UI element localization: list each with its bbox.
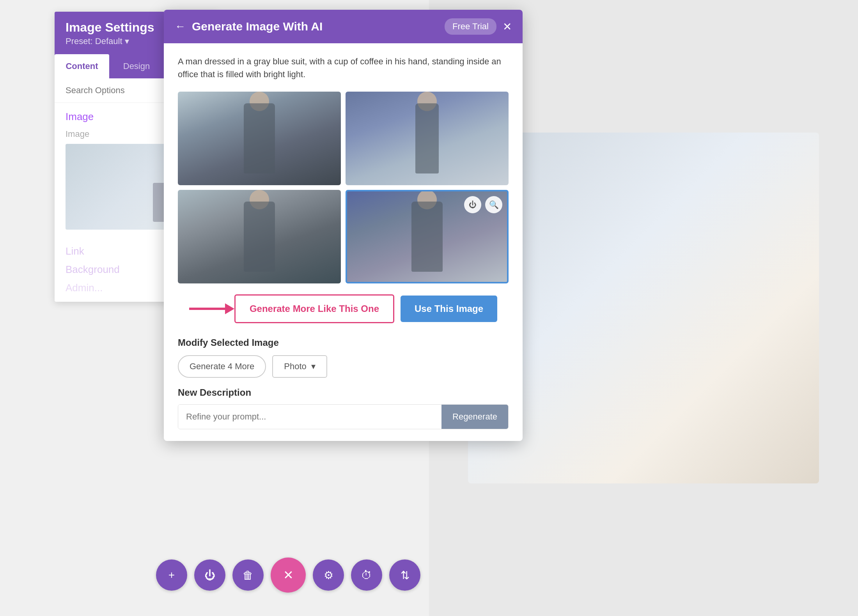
style-value: Photo — [284, 361, 307, 372]
settings-preset[interactable]: Preset: Default ▾ — [66, 36, 154, 46]
ai-close-icon[interactable]: ✕ — [503, 20, 512, 33]
tab-content[interactable]: Content — [55, 54, 109, 78]
style-select[interactable]: Photo ▾ — [272, 355, 327, 378]
person-body-1 — [244, 103, 275, 173]
ai-header-right: Free Trial ✕ — [445, 18, 512, 35]
back-icon[interactable]: ← — [175, 20, 186, 33]
power-button[interactable]: ⏻ — [194, 559, 225, 591]
ai-image-grid: ⏻ 🔍 — [178, 92, 509, 283]
person-1 — [244, 103, 275, 173]
grid-image-1[interactable] — [178, 92, 341, 185]
modify-row: Generate 4 More Photo ▾ — [178, 355, 509, 378]
person-3 — [244, 202, 275, 272]
free-trial-badge[interactable]: Free Trial — [445, 18, 496, 35]
person-body-2 — [415, 103, 439, 173]
modify-title: Modify Selected Image — [178, 337, 509, 348]
arrow-indicator — [189, 308, 228, 310]
grid-image-4[interactable]: ⏻ 🔍 — [346, 190, 509, 283]
refine-input[interactable] — [178, 405, 441, 429]
new-desc-title: New Description — [178, 387, 509, 398]
new-description-section: New Description Regenerate — [178, 387, 509, 429]
ai-dialog-body: A man dressed in a gray blue suit, with … — [164, 43, 523, 441]
ai-title-group: ← Generate Image With AI — [175, 20, 323, 33]
tab-design[interactable]: Design — [109, 54, 164, 78]
ai-dialog: ← Generate Image With AI Free Trial ✕ A … — [164, 10, 523, 441]
add-button[interactable]: + — [156, 559, 187, 591]
ai-dialog-title: Generate Image With AI — [192, 20, 323, 33]
use-image-button[interactable]: Use This Image — [401, 296, 497, 322]
action-row: Generate More Like This One Use This Ima… — [178, 294, 509, 323]
sort-button[interactable]: ⇅ — [389, 559, 420, 591]
modify-section: Modify Selected Image Generate 4 More Ph… — [178, 337, 509, 378]
search-overlay-icon[interactable]: 🔍 — [485, 196, 502, 213]
new-desc-row: Regenerate — [178, 404, 509, 429]
settings-header-left: Image Settings Preset: Default ▾ — [66, 20, 154, 46]
power-overlay-icon[interactable]: ⏻ — [464, 196, 481, 213]
arrow-head — [225, 303, 234, 314]
img-3-overlay — [178, 190, 341, 283]
close-button[interactable]: ✕ — [271, 558, 306, 593]
generate-4-button[interactable]: Generate 4 More — [178, 355, 266, 378]
person-4 — [411, 202, 443, 272]
chevron-down-icon: ▾ — [311, 361, 316, 372]
timer-button[interactable]: ⏱ — [351, 559, 382, 591]
grid-image-2[interactable] — [346, 92, 509, 185]
generate-more-button[interactable]: Generate More Like This One — [234, 294, 394, 323]
grid-image-3[interactable] — [178, 190, 341, 283]
settings-button[interactable]: ⚙ — [313, 559, 344, 591]
ai-dialog-header: ← Generate Image With AI Free Trial ✕ — [164, 10, 523, 43]
bottom-toolbar: + ⏻ 🗑 ✕ ⚙ ⏱ ⇅ — [156, 558, 420, 593]
ai-prompt-text: A man dressed in a gray blue suit, with … — [178, 55, 509, 81]
arrow-line — [189, 308, 228, 310]
img-1-overlay — [178, 92, 341, 185]
selected-overlay: ⏻ 🔍 — [464, 196, 502, 213]
person-body-4 — [411, 202, 443, 272]
person-2 — [415, 103, 439, 173]
delete-button[interactable]: 🗑 — [232, 559, 264, 591]
person-body-3 — [244, 202, 275, 272]
regenerate-button[interactable]: Regenerate — [441, 405, 508, 429]
settings-title: Image Settings — [66, 20, 154, 35]
img-2-overlay — [346, 92, 509, 185]
